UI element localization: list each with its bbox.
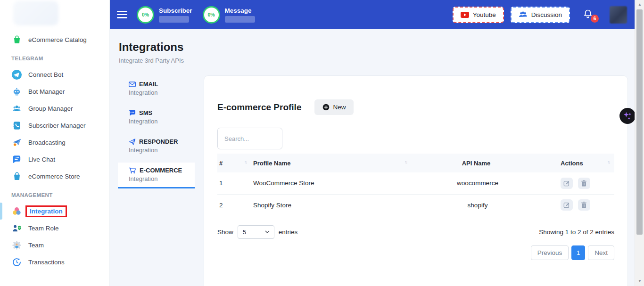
show-label: Show [217, 229, 233, 236]
youtube-button[interactable]: Youtube [453, 7, 504, 23]
new-profile-button[interactable]: New [314, 99, 354, 115]
ecommerce-profile-card: E-commerce Profile New #↑↓ Profile Name↑… [204, 75, 628, 286]
shopping-cart-icon [129, 167, 136, 174]
robot-icon [11, 86, 22, 97]
integration-circles-icon [11, 206, 22, 217]
header-profile-name[interactable]: Profile Name↑↓ [251, 154, 412, 172]
sidebar-section-telegram: TELEGRAM [11, 56, 109, 61]
sidebar-item-ecommerce-store[interactable]: eCommerce Store [0, 168, 109, 185]
responder-send-icon [129, 139, 136, 145]
sidebar-item-label: Integration [30, 208, 63, 215]
sms-icon [129, 110, 136, 116]
search-input[interactable] [217, 128, 282, 149]
row-profile-name: Shopify Store [251, 194, 412, 216]
sidebar-item-team-role[interactable]: Team Role [0, 220, 109, 237]
subnav-item-sms[interactable]: SMS Integration [118, 105, 195, 130]
person-shield-icon [11, 223, 22, 234]
subnav-item-email[interactable]: EMAIL Integration [118, 76, 195, 101]
next-page-button[interactable]: Next [588, 245, 614, 260]
transaction-history-icon [11, 257, 22, 268]
delete-button[interactable] [578, 178, 590, 189]
header-api-name[interactable]: API Name [412, 154, 544, 172]
sidebar-item-group-manager[interactable]: Group Manager [0, 100, 109, 117]
chat-bubble-icon [11, 154, 22, 165]
sidebar-item-ecommerce-catalog[interactable]: eCommerce Catalog [0, 31, 109, 48]
plus-circle-icon [322, 104, 330, 111]
sidebar-item-label: eCommerce Store [28, 173, 80, 180]
subnav-item-ecommerce[interactable]: E-COMMERCE Integration [118, 163, 195, 188]
message-stat-label: Message [225, 7, 255, 14]
integration-subnav: EMAIL Integration SMS Integration [118, 76, 195, 193]
current-page-button[interactable]: 1 [571, 245, 585, 260]
main-content: Integrations Integrate 3rd Party APIs EM… [110, 29, 644, 286]
ai-assistant-button[interactable] [619, 108, 636, 124]
page-title: Integrations [119, 41, 644, 54]
sidebar-item-label: Team Role [28, 225, 59, 232]
delete-button[interactable] [578, 199, 590, 211]
sidebar-item-bot-manager[interactable]: Bot Manager [0, 83, 109, 100]
scroll-down-arrow[interactable]: ▼ [635, 278, 644, 285]
sidebar-item-label: Subscriber Manager [28, 122, 86, 129]
edit-button[interactable] [561, 178, 573, 189]
sidebar-item-integration[interactable]: Integration [0, 203, 109, 220]
hamburger-menu-icon[interactable] [117, 11, 127, 18]
sidebar-item-subscriber-manager[interactable]: Subscriber Manager [0, 117, 109, 134]
table-row: 2 Shopify Store shopify [217, 194, 614, 216]
subnav-item-responder[interactable]: RESPONDER Integration [118, 134, 195, 158]
subscriber-progress-ring: 0% [137, 6, 154, 24]
header-actions[interactable]: Actions↑↓ [544, 154, 614, 172]
sidebar-item-team[interactable]: Team [0, 237, 109, 253]
scrollbar-thumb[interactable] [636, 9, 643, 235]
previous-page-button[interactable]: Previous [531, 245, 569, 260]
annotation-highlight: Integration [25, 205, 67, 217]
row-profile-name: WooCommerce Store [251, 172, 412, 194]
sidebar: eCommerce Catalog TELEGRAM Connect Bot B… [0, 0, 110, 286]
edit-button[interactable] [561, 199, 573, 211]
chevron-down-icon [265, 230, 270, 233]
row-api-name: woocommerce [412, 172, 544, 194]
app-logo [13, 1, 58, 25]
row-api-name: shopify [412, 194, 544, 216]
scroll-up-arrow[interactable]: ▲ [635, 1, 644, 8]
card-title: E-commerce Profile [217, 102, 301, 113]
notification-badge: 6 [591, 15, 599, 23]
sort-icon: ↑↓ [607, 160, 610, 164]
notification-bell-icon[interactable]: 6 [582, 8, 594, 21]
shopping-bag-green-icon [11, 34, 22, 45]
sort-icon: ↑↓ [405, 160, 407, 164]
sidebar-item-connect-bot[interactable]: Connect Bot [0, 66, 109, 83]
broadcast-plane-icon [11, 137, 22, 148]
sparkles-icon [622, 111, 633, 121]
sidebar-item-label: Live Chat [28, 156, 55, 163]
sidebar-item-broadcasting[interactable]: Broadcasting [0, 134, 109, 151]
page-subtitle: Integrate 3rd Party APIs [119, 57, 644, 64]
page-size-select[interactable]: 5 [238, 225, 274, 239]
topbar: 0% Subscriber 0% Message Youtube [110, 0, 644, 29]
scrollbar[interactable]: ▲ ▼ [635, 0, 644, 286]
discussion-button[interactable]: Discussion [511, 7, 570, 23]
row-num: 2 [217, 194, 251, 216]
sidebar-item-label: Group Manager [28, 105, 73, 112]
subscriber-stat-label: Subscriber [159, 7, 192, 14]
sidebar-item-live-chat[interactable]: Live Chat [0, 151, 109, 168]
user-avatar[interactable] [610, 6, 627, 24]
app-window: eCommerce Catalog TELEGRAM Connect Bot B… [0, 0, 644, 286]
sidebar-section-management: MANAGEMENT [11, 192, 109, 198]
table-row: 1 WooCommerce Store woocommerce [217, 172, 614, 194]
gear-person-icon [11, 240, 22, 251]
message-progress-ring: 0% [203, 6, 220, 24]
sort-icon: ↑↓ [244, 160, 247, 164]
header-num[interactable]: #↑↓ [217, 154, 251, 172]
subscriber-progress: 0% Subscriber [137, 6, 192, 24]
discussion-people-icon [519, 11, 528, 18]
contact-book-icon [11, 120, 22, 131]
entries-summary: Showing 1 to 2 of 2 entries [539, 229, 614, 236]
message-stat-value-redacted [225, 16, 255, 23]
email-icon [129, 82, 136, 87]
sidebar-item-transactions[interactable]: Transactions [0, 253, 109, 270]
entries-label: entries [279, 229, 298, 236]
sidebar-item-label: eCommerce Catalog [28, 36, 87, 43]
table-header-row: #↑↓ Profile Name↑↓ API Name Actions↑↓ [217, 154, 614, 172]
subscriber-stat-value-redacted [159, 16, 189, 23]
sidebar-item-label: Team [28, 242, 44, 249]
